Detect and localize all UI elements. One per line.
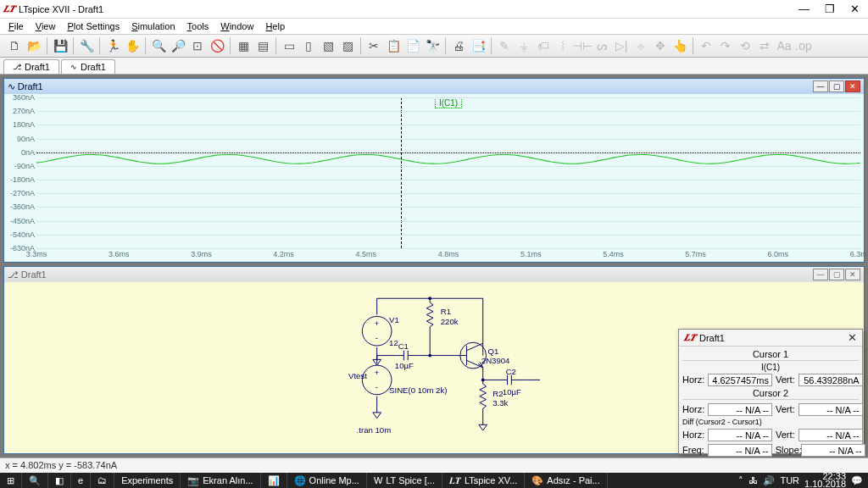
tray-chevron-icon[interactable]: ˄ [738,475,743,486]
run-icon[interactable]: 🏃 [103,36,122,55]
wire-icon[interactable]: ✎ [495,36,514,55]
component-icon[interactable]: ⟐ [632,36,650,55]
cursor-line[interactable] [401,97,402,248]
tray-network-icon[interactable]: 🖧 [748,475,758,485]
menu-simulation[interactable]: Simulation [126,20,180,32]
svg-text:220k: 220k [441,317,459,326]
menu-window[interactable]: Window [215,20,259,32]
schematic-window-title: Draft1 [21,269,47,280]
new-schematic-icon[interactable]: 🗋 [5,36,24,55]
close-button[interactable]: ✕ [850,3,860,15]
taskbar-app[interactable]: 📊 [261,473,287,488]
menu-tools[interactable]: Tools [182,20,214,32]
status-bar: x = 4.802ms y = -583.74nA [0,458,868,473]
taskbar-app[interactable]: 🎨Adsız - Pai... [525,473,607,488]
redo-icon[interactable]: ↷ [716,36,735,55]
cursor1-horz-value[interactable]: 4.6257457ms [708,374,772,386]
zoom-fit-icon[interactable]: ⊡ [188,36,207,55]
taskbar-app[interactable]: WLT Spice [... [367,473,442,488]
drag-icon[interactable]: 👆 [670,36,689,55]
paste-icon[interactable]: 📄 [403,36,422,55]
svg-text:SINE(0 10m 2k): SINE(0 10m 2k) [389,385,447,395]
text-icon[interactable]: Aa [775,36,793,55]
menu-help[interactable]: Help [260,20,290,32]
mdi-maximize-button[interactable]: ▢ [829,269,844,280]
plot-area[interactable]: 360nA270nA180nA90nA0nA-90nA-180nA-270nA-… [4,94,864,262]
cursor2-horz-value[interactable]: -- N/A -- [708,403,772,416]
ground-icon[interactable]: ⏚ [515,36,533,55]
cut-icon[interactable]: ✂ [364,36,383,55]
tray-clock[interactable]: 22:331.10.2018 [804,473,846,488]
maximize-button[interactable]: ❐ [825,3,835,15]
undo-icon[interactable]: ↶ [697,36,715,55]
move-icon[interactable]: ✥ [651,36,670,55]
diode-icon[interactable]: ▷| [612,36,631,55]
autorange-icon[interactable]: ▦ [234,36,253,55]
taskbar-app[interactable]: 𝑳𝑻LTspice XV... [442,473,525,488]
cascade-icon[interactable]: ▧ [319,36,337,55]
close-button[interactable]: ✕ [848,331,857,344]
menu-view[interactable]: View [31,20,61,32]
start-button[interactable]: ⊞ [0,473,22,488]
tile-vert-icon[interactable]: ▯ [299,36,318,55]
mdi-close-button[interactable]: ✕ [845,80,860,92]
halt-icon[interactable]: ✋ [123,36,142,55]
mirror-icon[interactable]: ⇄ [755,36,774,55]
zoom-back-icon[interactable]: 🚫 [208,36,226,55]
copy-icon[interactable]: 📋 [384,36,403,55]
tab-waveform[interactable]: ∿Draft1 [61,59,115,74]
inductor-icon[interactable]: ᔕ [593,36,611,55]
tray-volume-icon[interactable]: 🔊 [763,475,775,486]
file-explorer-icon[interactable]: 🗂 [91,473,114,488]
tray-language[interactable]: TUR [780,475,799,485]
mdi-minimize-button[interactable]: — [813,80,828,92]
cursor2-header: Cursor 2 [682,387,859,400]
print-icon[interactable]: 🖨 [449,36,468,55]
svg-text:10µF: 10µF [503,387,521,396]
zoom-out-icon[interactable]: 🔎 [169,36,187,55]
find-icon[interactable]: 🔭 [423,36,442,55]
save-icon[interactable]: 💾 [51,36,70,55]
edge-icon[interactable]: e [71,473,91,488]
control-panel-icon[interactable]: 🔧 [77,36,96,55]
waveform-icon: ∿ [8,81,15,92]
zoom-in-icon[interactable]: 🔍 [149,36,168,55]
mdi-maximize-button[interactable]: ▢ [829,80,844,92]
svg-text:C1: C1 [398,341,409,351]
menu-plot-settings[interactable]: Plot Settings [62,20,125,32]
close-all-icon[interactable]: ▨ [338,36,357,55]
taskbar-app[interactable]: Experiments [114,473,181,488]
y-axis[interactable]: 360nA270nA180nA90nA0nA-90nA-180nA-270nA-… [4,97,36,248]
menu-file[interactable]: File [3,20,29,32]
cursor-window[interactable]: 𝑳𝑻Draft1✕ Cursor 1 I(C1) Horz:4.6257457m… [678,329,863,454]
open-icon[interactable]: 📂 [25,36,43,55]
svg-text:Vtest: Vtest [348,371,367,380]
os-taskbar: ⊞ 🔍 ◧ e 🗂 Experiments 📷Ekran Alın... 📊 🌐… [0,473,868,488]
task-view-button[interactable]: ◧ [48,473,71,488]
minimize-button[interactable]: — [798,3,810,15]
print-setup-icon[interactable]: 📑 [469,36,487,55]
resistor-icon[interactable]: ⧙ [554,36,572,55]
pick-visible-traces-icon[interactable]: ▤ [253,36,272,55]
svg-text:+: + [375,368,380,377]
cursor2-vert-value[interactable]: -- N/A -- [798,403,863,416]
plot-grid[interactable]: I(C1) [36,97,860,248]
schematic-icon: ⎇ [8,269,19,280]
tile-horiz-icon[interactable]: ▭ [280,36,298,55]
waveform-trace [36,97,860,248]
taskbar-app[interactable]: 📷Ekran Alın... [181,473,260,488]
spice-directive-icon[interactable]: .op [794,36,813,55]
taskbar-app[interactable]: 🌐Online Mp... [287,473,367,488]
svg-text:R1: R1 [441,307,451,316]
app-logo-icon: 𝑳𝑻 [3,3,15,14]
search-button[interactable]: 🔍 [22,473,48,488]
cursor1-vert-value[interactable]: 56.439288nA [798,374,863,386]
x-axis[interactable]: 3.3ms3.6ms3.9ms4.2ms4.5ms4.8ms5.1ms5.4ms… [36,250,860,262]
mdi-close-button[interactable]: ✕ [845,269,860,280]
tray-notifications-icon[interactable]: 💬 [851,475,863,486]
label-icon[interactable]: 🏷 [534,36,553,55]
mdi-minimize-button[interactable]: — [813,269,828,280]
tab-schematic[interactable]: ⎇Draft1 [3,59,59,74]
capacitor-icon[interactable]: ⊣⊢ [573,36,592,55]
rotate-icon[interactable]: ⟲ [736,36,754,55]
